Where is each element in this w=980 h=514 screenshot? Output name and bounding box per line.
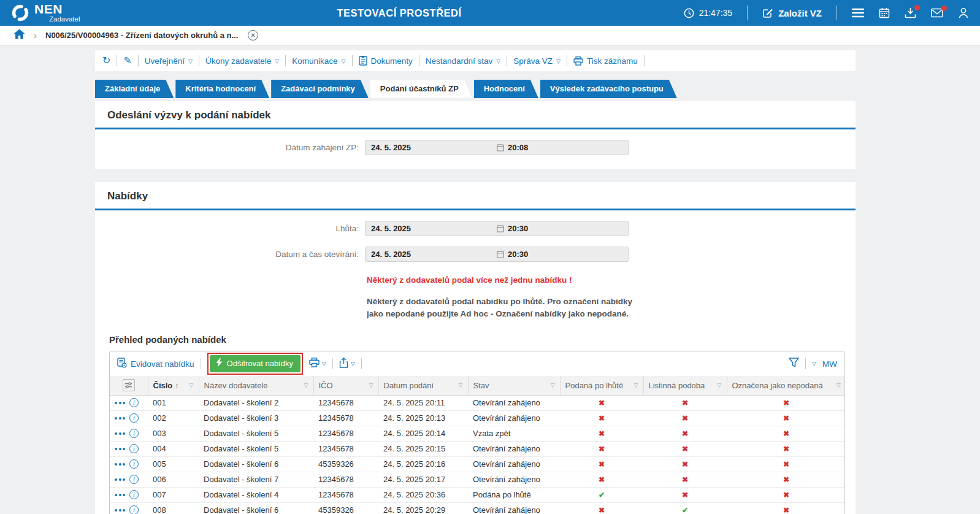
chevron-down-icon[interactable]: ▽ — [322, 361, 326, 367]
close-tab-icon[interactable]: ✕ — [248, 30, 258, 40]
table-row[interactable]: i 008 Dodavatel - školení 6 45359326 24.… — [110, 502, 845, 514]
toolbar-menu-item[interactable]: Komunikace ▽ — [292, 56, 345, 66]
section-title-offers: Nabídky — [95, 182, 856, 202]
tab[interactable]: Kritéria hodnocení — [175, 80, 269, 98]
info-icon[interactable]: i — [129, 475, 139, 484]
info-icon[interactable]: i — [129, 490, 139, 499]
table-row[interactable]: i 004 Dodavatel - školení 5 12345678 24.… — [110, 441, 845, 456]
calendar-small-icon — [497, 144, 504, 152]
column-header-stav[interactable]: Stav — [473, 381, 489, 390]
calendar-button[interactable] — [879, 7, 890, 18]
divider — [567, 55, 567, 66]
info-icon[interactable]: i — [129, 459, 139, 469]
filter-caret-icon[interactable]: ▽ — [304, 382, 308, 388]
chevron-down-icon: ▽ — [342, 58, 346, 64]
column-header-nepodana[interactable]: Označena jako nepodaná — [732, 381, 823, 390]
toolbar-menu-item[interactable]: Nestandardní stav ▽ — [426, 56, 500, 66]
tab[interactable]: Podání účastníků ZP — [370, 80, 472, 98]
cell-po-lhute: ✔ — [560, 487, 643, 502]
refresh-icon[interactable]: ↻ — [102, 56, 110, 66]
divider — [419, 55, 419, 66]
tab[interactable]: Hodnocení — [474, 80, 538, 98]
toolbar-menu-item[interactable]: Dokumenty ▽ — [359, 56, 413, 66]
row-menu-icon[interactable] — [115, 509, 125, 512]
divider — [644, 55, 645, 66]
downloads-button[interactable] — [905, 7, 916, 18]
column-header-po-lhute[interactable]: Podaná po lhůtě — [565, 381, 624, 390]
datetime-input[interactable]: 24. 5. 2025 20:08 — [365, 140, 629, 155]
record-toolbar: ↻ ✎ Uveřejnění ▽ — [95, 50, 856, 71]
column-header-datum[interactable]: Datum podání — [384, 381, 434, 390]
datetime-input[interactable]: 24. 5. 2025 20:30 — [365, 221, 629, 236]
filter-caret-icon[interactable]: ▽ — [369, 382, 373, 388]
filter-caret-icon[interactable]: ▽ — [634, 382, 638, 388]
tab[interactable]: Výsledek zadávacího postupu — [540, 80, 677, 98]
column-header-ico[interactable]: IČO — [319, 381, 333, 390]
column-header-cislo[interactable]: Číslo — [153, 381, 173, 390]
divider — [332, 358, 333, 369]
export-button[interactable]: ▽ — [339, 358, 355, 370]
table-row[interactable]: i 006 Dodavatel - školení 7 12345678 24.… — [110, 472, 845, 487]
filter-caret-icon[interactable]: ▽ — [459, 382, 463, 388]
cell-ico: 12345678 — [313, 426, 378, 441]
row-menu-icon[interactable] — [115, 417, 125, 420]
tab[interactable]: Zadávací podmínky — [271, 80, 369, 98]
table-row[interactable]: i 001 Dodavatel - školení 2 12345678 24.… — [110, 395, 845, 410]
column-settings-icon[interactable] — [123, 379, 135, 391]
row-menu-icon[interactable] — [115, 463, 125, 466]
row-menu-icon[interactable] — [115, 478, 125, 481]
table-row[interactable]: i 003 Dodavatel - školení 5 12345678 24.… — [110, 426, 845, 441]
toolbar-menu-item[interactable]: Tisk záznamu ▽ — [573, 56, 638, 66]
cell-datum: 24. 5. 2025 20:11 — [378, 395, 468, 410]
filter-caret-icon[interactable]: ▽ — [189, 382, 194, 388]
row-menu-icon[interactable] — [115, 494, 125, 496]
notification-dot — [914, 5, 920, 10]
column-header-listinna[interactable]: Listinná podoba — [649, 381, 705, 390]
table-row[interactable]: i 005 Dodavatel - školení 6 45359326 24.… — [110, 456, 845, 472]
chevron-down-icon[interactable]: ▽ — [351, 361, 355, 367]
nen-logo[interactable]: NEN Zadavatel — [11, 2, 80, 23]
toolbar-menu-item[interactable]: Správa VZ ▽ — [513, 56, 561, 66]
print-grid-button[interactable]: ▽ — [309, 358, 326, 370]
offers-table: Číslo↑▽ Název dodavatele▽ IČO▽ Datum pod… — [110, 376, 845, 514]
datetime-input[interactable]: 24. 5. 2025 20:30 — [365, 247, 629, 262]
row-menu-icon[interactable] — [115, 432, 125, 435]
row-menu-icon[interactable] — [115, 402, 125, 404]
toolbar-menu-item[interactable]: Úkony zadavatele ▽ — [205, 56, 279, 66]
info-icon[interactable]: i — [129, 505, 139, 514]
tab-label: Výsledek zadávacího postupu — [550, 84, 664, 93]
table-row[interactable]: i 007 Dodavatel - školení 4 12345678 24.… — [110, 487, 845, 502]
filter-caret-icon[interactable]: ▽ — [718, 382, 722, 388]
register-offer-button[interactable]: Evidovat nabídku — [117, 358, 194, 370]
filter-icon[interactable] — [789, 358, 799, 370]
filter-caret-icon[interactable]: ▽ — [836, 382, 841, 388]
info-icon[interactable]: i — [129, 429, 139, 438]
table-row[interactable]: i 002 Dodavatel - školení 3 12345678 24.… — [110, 410, 845, 426]
cell-stav: Otevírání zahájeno — [468, 456, 560, 472]
user-profile-button[interactable] — [958, 7, 969, 18]
divider — [747, 6, 748, 20]
column-header-nazev[interactable]: Název dodavatele — [204, 381, 268, 390]
divider — [352, 55, 353, 66]
cell-stav: Vzata zpět — [468, 426, 560, 441]
info-icon[interactable]: i — [129, 413, 139, 423]
breadcrumb-tab-label[interactable]: N006/25/V00004963 - Zřízení datových okr… — [45, 31, 238, 40]
edit-icon[interactable]: ✎ — [123, 56, 131, 66]
home-icon[interactable] — [13, 29, 25, 42]
toolbar-menu-item[interactable]: Uveřejnění ▽ — [145, 56, 193, 66]
messages-button[interactable] — [931, 8, 943, 18]
mw-label[interactable]: MW — [822, 359, 837, 369]
info-icon[interactable]: i — [129, 444, 139, 453]
brand-role: Zadavatel — [49, 16, 80, 23]
tab[interactable]: Základní údaje — [95, 80, 174, 98]
info-icon[interactable]: i — [129, 398, 139, 407]
menu-button[interactable] — [852, 8, 864, 18]
time-value: 20:30 — [508, 250, 528, 259]
field-row: Lhůta: 24. 5. 2025 20:30 — [95, 221, 856, 236]
filter-caret-icon[interactable]: ▽ — [551, 382, 555, 388]
create-vz-button[interactable]: Založit VZ — [762, 7, 822, 18]
row-menu-icon[interactable] — [115, 448, 125, 450]
chevron-down-icon[interactable]: ▽ — [812, 361, 816, 367]
sort-ascending-icon[interactable]: ↑ — [175, 381, 179, 390]
decrypt-offers-button[interactable]: Odšifrovat nabídky — [210, 355, 301, 372]
